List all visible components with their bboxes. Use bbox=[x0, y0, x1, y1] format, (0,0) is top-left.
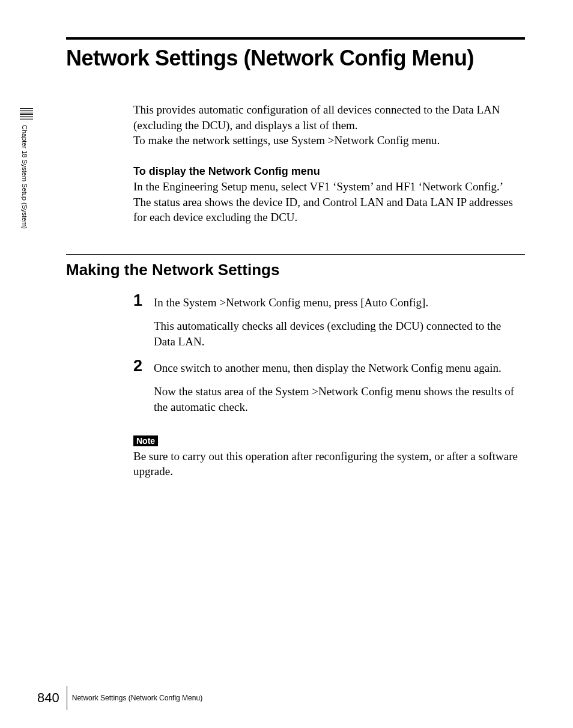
display-paragraph-2: The status area shows the device ID, and… bbox=[133, 195, 525, 225]
footer-divider bbox=[67, 686, 67, 710]
step-item-1: 1 In the System >Network Config menu, pr… bbox=[133, 293, 525, 350]
intro-paragraph-2: To make the network settings, use System… bbox=[133, 133, 525, 148]
page-title: Network Settings (Network Config Menu) bbox=[66, 46, 525, 71]
step-2-subtext: Now the status area of the System >Netwo… bbox=[154, 384, 525, 414]
title-rule bbox=[66, 37, 525, 40]
display-paragraph-1: In the Engineering Setup menu, select VF… bbox=[133, 179, 525, 195]
chapter-label: Chapter 18 System Setup (System) bbox=[21, 125, 28, 229]
section-title: Making the Network Settings bbox=[66, 261, 525, 279]
step-number-1: 1 bbox=[133, 293, 154, 309]
intro-paragraph-1: This provides automatic configuration of… bbox=[133, 102, 525, 133]
step-content-2: Once switch to another menu, then displa… bbox=[154, 358, 525, 415]
step-content-1: In the System >Network Config menu, pres… bbox=[154, 293, 525, 350]
note-label: Note bbox=[133, 435, 158, 446]
page-footer: 840 Network Settings (Network Config Men… bbox=[37, 686, 202, 710]
step-number-2: 2 bbox=[133, 358, 154, 374]
step-1-subtext: This automatically checks all devices (e… bbox=[154, 318, 525, 349]
display-subheading: To display the Network Config menu bbox=[133, 165, 525, 178]
note-text: Be sure to carry out this operation afte… bbox=[133, 449, 525, 479]
step-1-text: In the System >Network Config menu, pres… bbox=[154, 295, 525, 311]
footer-section-title: Network Settings (Network Config Menu) bbox=[72, 694, 202, 702]
section-rule bbox=[66, 254, 525, 255]
chapter-tab: Chapter 18 System Setup (System) bbox=[18, 108, 35, 229]
page-number: 840 bbox=[37, 690, 65, 706]
step-2-text: Once switch to another menu, then displa… bbox=[154, 360, 525, 376]
step-item-2: 2 Once switch to another menu, then disp… bbox=[133, 358, 525, 415]
step-list: 1 In the System >Network Config menu, pr… bbox=[133, 293, 525, 415]
tab-marker-lines bbox=[18, 108, 35, 120]
